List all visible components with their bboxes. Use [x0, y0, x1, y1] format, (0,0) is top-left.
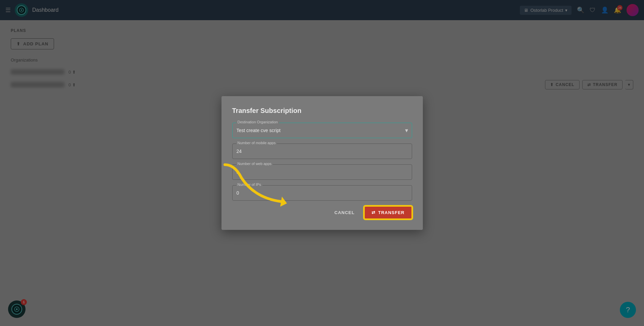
web-apps-input[interactable] — [232, 164, 412, 180]
transfer-subscription-dialog: Transfer Subscription Destination Organi… — [221, 96, 423, 230]
transfer-icon: ⇄ — [371, 210, 376, 215]
mobile-apps-field: Number of mobile apps — [232, 144, 412, 159]
dialog-footer: CANCEL ⇄ TRANSFER — [232, 206, 412, 219]
destination-org-select[interactable]: Test create cve script — [232, 123, 412, 138]
ips-field: Number of IPs — [232, 185, 412, 201]
destination-org-label: Destination Organization — [236, 120, 279, 124]
dialog-cancel-button[interactable]: CANCEL — [329, 207, 360, 218]
web-apps-label: Number of web apps — [236, 162, 273, 166]
ips-input[interactable] — [232, 185, 412, 201]
dialog-transfer-button[interactable]: ⇄ TRANSFER — [364, 206, 412, 219]
destination-org-field: Destination Organization Test create cve… — [232, 123, 412, 138]
mobile-apps-label: Number of mobile apps — [236, 141, 277, 145]
transfer-label: TRANSFER — [378, 210, 405, 215]
ips-label: Number of IPs — [236, 182, 262, 187]
web-apps-field: Number of web apps — [232, 164, 412, 180]
dialog-title: Transfer Subscription — [232, 107, 412, 115]
mobile-apps-input[interactable] — [232, 144, 412, 159]
